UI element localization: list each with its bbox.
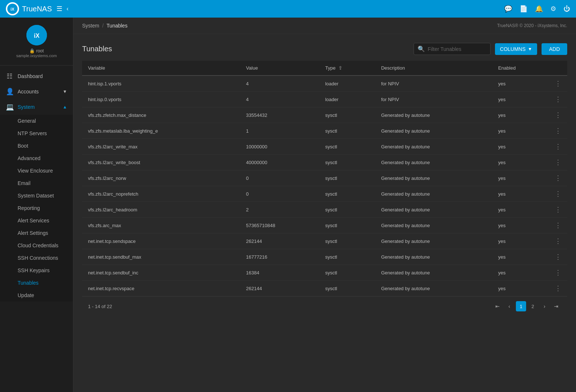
table-row: vfs.zfs.metaslab.lba_weighting_e 1 sysct… [82,123,567,139]
row-menu-icon[interactable]: ⋮ [555,222,561,229]
sidebar-subitem-ssh-connections[interactable]: SSH Connections [0,252,73,264]
sidebar-item-system[interactable]: 💻 System ▲ [0,99,73,115]
row-menu-icon[interactable]: ⋮ [555,174,561,182]
cell-enabled: yes [492,202,549,218]
sidebar-subitem-alert-services[interactable]: Alert Services [0,214,73,227]
cell-type: sysctl [319,202,375,218]
cell-menu[interactable]: ⋮ [549,218,567,233]
accounts-icon: 👤 [6,88,13,96]
col-description[interactable]: Description [375,61,492,75]
sidebar-subitem-email[interactable]: Email [0,177,73,189]
cell-menu[interactable]: ⋮ [549,155,567,170]
table-row: net.inet.tcp.sendbuf_max 16777216 sysctl… [82,249,567,265]
breadcrumb-separator: / [102,23,104,29]
row-menu-icon[interactable]: ⋮ [555,237,561,245]
sidebar-item-dashboard[interactable]: ☷ Dashboard [0,69,73,84]
cell-menu[interactable]: ⋮ [549,123,567,139]
sidebar-subitem-alert-settings[interactable]: Alert Settings [0,227,73,239]
menu-icon[interactable]: ☰ [56,5,62,13]
table-row: vfs.zfs.l2arc_write_boost 40000000 sysct… [82,155,567,170]
sidebar-subitem-general[interactable]: General [0,115,73,127]
row-menu-icon[interactable]: ⋮ [555,96,561,103]
row-menu-icon[interactable]: ⋮ [555,80,561,87]
sidebar-subitem-cloud-credentials[interactable]: Cloud Credentials [0,239,73,252]
alerts-icon[interactable]: 🔔 [535,5,543,13]
cell-value: 4 [240,92,319,107]
first-page-button[interactable]: ⇤ [492,301,503,311]
logo-icon: iX [6,2,19,15]
row-menu-icon[interactable]: ⋮ [555,111,561,119]
cell-variable: vfs.zfs.l2arc_write_max [82,139,240,155]
cell-menu[interactable]: ⋮ [549,170,567,186]
cell-menu[interactable]: ⋮ [549,107,567,123]
cell-menu[interactable]: ⋮ [549,249,567,265]
cell-menu[interactable]: ⋮ [549,92,567,107]
cell-menu[interactable]: ⋮ [549,281,567,296]
svg-text:iX: iX [11,7,15,11]
cell-description: Generated by autotune [375,281,492,296]
back-icon[interactable]: ‹ [67,5,69,12]
logo: iX TrueNAS [6,2,52,15]
cell-type: loader [319,92,375,107]
cell-description: Generated by autotune [375,155,492,170]
sidebar-subitem-system-dataset[interactable]: System Dataset [0,189,73,202]
cell-menu[interactable]: ⋮ [549,186,567,202]
row-menu-icon[interactable]: ⋮ [555,269,561,276]
col-value[interactable]: Value [240,61,319,75]
sidebar-subitem-reporting[interactable]: Reporting [0,202,73,214]
row-menu-icon[interactable]: ⋮ [555,285,561,292]
search-input[interactable] [428,46,487,52]
sidebar-subitem-ssh-keypairs[interactable]: SSH Keypairs [0,264,73,277]
tasks-icon[interactable]: 📄 [520,5,528,13]
table-body: hint.isp.1.vports 4 loader for NPIV yes … [82,75,567,296]
table-header-bar: Tunables 🔍 COLUMNS ▼ ADD [82,43,567,55]
row-menu-icon[interactable]: ⋮ [555,206,561,213]
chevron-down-icon: ▼ [63,89,67,94]
sidebar-item-accounts[interactable]: 👤 Accounts ▼ [0,84,73,99]
settings-icon[interactable]: ⚙ [550,5,556,13]
table-row: hint.isp.1.vports 4 loader for NPIV yes … [82,75,567,92]
next-page-button[interactable]: › [539,301,550,311]
add-button[interactable]: ADD [542,43,567,55]
cell-menu[interactable]: ⋮ [549,265,567,281]
power-icon[interactable]: ⏻ [564,5,570,13]
cell-value: 33554432 [240,107,319,123]
page-2-button[interactable]: 2 [528,301,538,311]
prev-page-button[interactable]: ‹ [504,301,514,311]
row-menu-icon[interactable]: ⋮ [555,190,561,197]
cell-variable: vfs.zfs.l2arc_write_boost [82,155,240,170]
sidebar-subitem-tunables[interactable]: Tunables [0,277,73,289]
col-type[interactable]: Type ⇧ [319,61,375,75]
last-page-button[interactable]: ⇥ [551,301,561,311]
table-row: vfs.zfs.l2arc_noprefetch 0 sysctl Genera… [82,186,567,202]
page-1-button[interactable]: 1 [516,301,526,311]
col-actions [549,61,567,75]
sidebar-subitem-view-enclosure[interactable]: View Enclosure [0,164,73,177]
row-menu-icon[interactable]: ⋮ [555,253,561,260]
row-menu-icon[interactable]: ⋮ [555,127,561,134]
columns-button[interactable]: COLUMNS ▼ [495,43,538,55]
feedback-icon[interactable]: 💬 [504,5,512,13]
cell-menu[interactable]: ⋮ [549,139,567,155]
row-menu-icon[interactable]: ⋮ [555,143,561,150]
sidebar-subitem-ntp-servers[interactable]: NTP Servers [0,127,73,140]
col-variable[interactable]: Variable [82,61,240,75]
cell-menu[interactable]: ⋮ [549,233,567,249]
sidebar-subitem-update[interactable]: Update [0,289,73,302]
table-row: vfs.zfs.l2arc_norw 0 sysctl Generated by… [82,170,567,186]
cell-type: sysctl [319,281,375,296]
table-actions: 🔍 COLUMNS ▼ ADD [414,43,567,55]
page-controls: ⇤ ‹ 1 2 › ⇥ [492,301,561,311]
cell-menu[interactable]: ⋮ [549,75,567,92]
chevron-up-icon: ▲ [63,104,67,110]
sidebar-subitem-advanced[interactable]: Advanced [0,152,73,164]
col-enabled[interactable]: Enabled [492,61,549,75]
cell-description: Generated by autotune [375,123,492,139]
content-area: Tunables 🔍 COLUMNS ▼ ADD Variable [73,34,576,325]
search-icon: 🔍 [418,45,425,52]
cell-menu[interactable]: ⋮ [549,202,567,218]
breadcrumb-parent[interactable]: System [82,23,99,29]
row-menu-icon[interactable]: ⋮ [555,159,561,166]
sidebar-subitem-boot[interactable]: Boot [0,140,73,152]
sidebar-nav: ☷ Dashboard 👤 Accounts ▼ 💻 System ▲ Gene… [0,66,73,304]
